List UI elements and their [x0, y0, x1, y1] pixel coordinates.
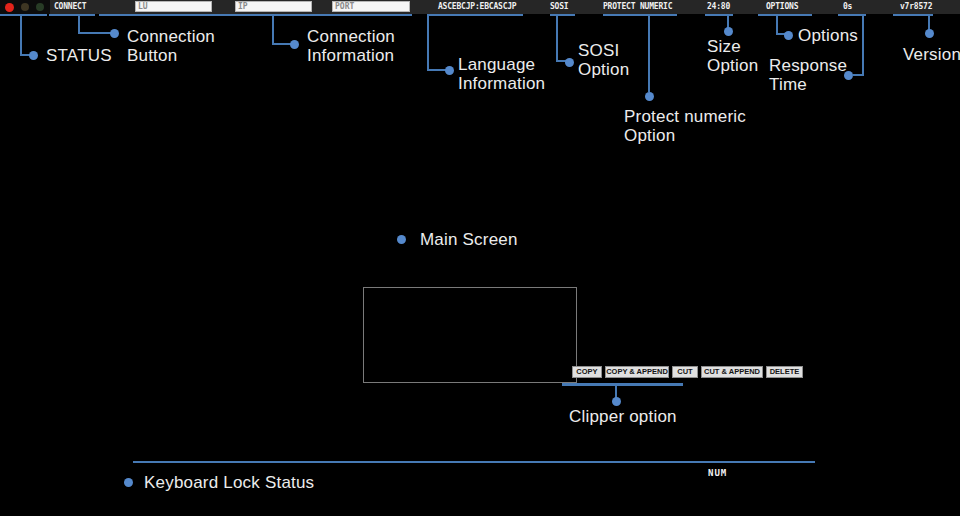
- copy-button[interactable]: COPY: [572, 366, 602, 378]
- callout-dot: [784, 31, 793, 40]
- callout-line: [427, 16, 429, 71]
- sosi-option[interactable]: SOSI: [550, 3, 568, 11]
- topbar-underline: [603, 14, 677, 16]
- callout-label: Options: [798, 26, 858, 45]
- topbar-underline: [0, 14, 47, 16]
- callout-dot: [925, 29, 934, 38]
- size-option[interactable]: 24:80: [707, 3, 730, 11]
- options-menu[interactable]: OPTIONS: [766, 3, 798, 11]
- cut-button[interactable]: CUT: [672, 366, 698, 378]
- callout-line: [556, 16, 558, 62]
- topbar-underline: [99, 14, 412, 16]
- callout-line: [272, 43, 292, 45]
- callout-label: Main Screen: [420, 230, 518, 249]
- callout-line: [862, 16, 864, 76]
- callout-label: Size Option: [707, 37, 758, 75]
- app-window: CONNECT ASCEBCJP:EBCASCJP SOSI PROTECT N…: [0, 0, 960, 516]
- callout-label: SOSI Option: [578, 41, 629, 79]
- language-information-option[interactable]: ASCEBCJP:EBCASCJP: [438, 3, 516, 11]
- callout-dot: [290, 40, 299, 49]
- cut-append-button[interactable]: CUT & APPEND: [701, 366, 763, 378]
- callout-label: Language Information: [458, 55, 545, 93]
- terminal-toolbar: CONNECT ASCEBCJP:EBCASCJP SOSI PROTECT N…: [0, 0, 960, 14]
- copy-append-button[interactable]: COPY & APPEND: [605, 366, 669, 378]
- connect-button[interactable]: CONNECT: [54, 3, 86, 11]
- callout-label: STATUS: [46, 46, 112, 65]
- topbar-underline: [893, 14, 933, 16]
- minimize-window-icon[interactable]: [21, 3, 29, 11]
- num-lock-indicator: NUM: [708, 468, 727, 478]
- response-time-value: 0s: [843, 3, 852, 11]
- main-screen-region[interactable]: [363, 287, 577, 383]
- port-input[interactable]: [332, 1, 410, 12]
- delete-button[interactable]: DELETE: [766, 366, 803, 378]
- callout-dot: [397, 235, 406, 244]
- topbar-underline: [49, 14, 95, 16]
- callout-dot: [124, 478, 133, 487]
- callout-label: Clipper option: [569, 407, 677, 426]
- callout-dot: [724, 27, 733, 36]
- callout-dot: [645, 92, 654, 101]
- callout-label: Connection Information: [307, 27, 395, 65]
- lu-input[interactable]: [135, 1, 212, 12]
- callout-dot: [565, 58, 574, 67]
- clipper-context-menu: COPY COPY & APPEND CUT CUT & APPEND DELE…: [572, 366, 803, 378]
- callout-dot: [29, 51, 38, 60]
- callout-line: [562, 383, 683, 386]
- callout-line: [272, 16, 274, 45]
- callout-line: [648, 16, 650, 92]
- topbar-underline: [550, 14, 575, 16]
- protect-numeric-option[interactable]: PROTECT NUMERIC: [603, 3, 672, 11]
- callout-line: [427, 69, 447, 71]
- topbar-underline: [758, 14, 812, 16]
- callout-label: Version: [903, 45, 960, 64]
- maximize-window-icon[interactable]: [36, 3, 44, 11]
- version-label: v7r8572: [900, 3, 932, 11]
- callout-line: [928, 16, 930, 30]
- callout-label: Response Time: [769, 56, 847, 94]
- callout-dot: [612, 397, 621, 406]
- callout-label: Connection Button: [127, 27, 215, 65]
- status-bar-divider: [133, 461, 815, 463]
- ip-input[interactable]: [235, 1, 312, 12]
- callout-dot: [445, 66, 454, 75]
- callout-line: [78, 32, 112, 34]
- close-window-icon[interactable]: [5, 3, 14, 12]
- callout-label: Keyboard Lock Status: [144, 473, 314, 492]
- window-controls: [0, 0, 50, 14]
- callout-line: [20, 16, 22, 56]
- callout-label: Protect numeric Option: [624, 107, 746, 145]
- topbar-underline: [427, 14, 523, 16]
- callout-dot: [110, 29, 119, 38]
